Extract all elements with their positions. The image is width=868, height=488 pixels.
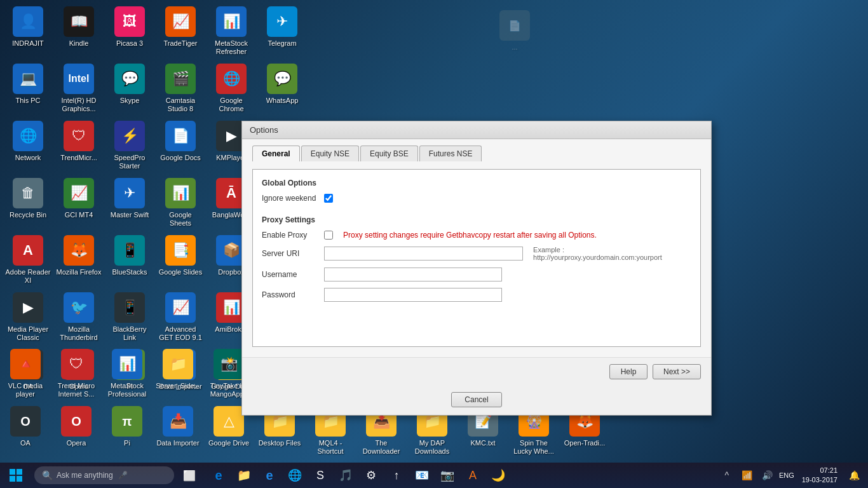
task-view-button[interactable]: ⬜ <box>178 464 201 487</box>
desktop-icon-opera-bottom[interactable]: O Opera <box>51 402 102 459</box>
server-uri-row: Server URI Example : http://yourproxy.yo… <box>262 246 691 261</box>
desktop-icon-telegram[interactable]: ✈ Telegram <box>257 3 308 60</box>
svg-rect-0 <box>10 469 15 475</box>
enable-proxy-label: Enable Proxy <box>262 231 319 240</box>
taskbar-search[interactable]: 🔍 Ask me anything 🎤 <box>34 466 174 484</box>
username-label: Username <box>262 270 319 279</box>
taskbar-avast-icon[interactable]: A <box>461 464 484 487</box>
tray-network[interactable]: 📶 <box>738 464 756 487</box>
taskbar-clock-icon[interactable]: 🌙 <box>487 464 510 487</box>
username-input[interactable] <box>324 268 502 281</box>
tab-futures-nse[interactable]: Futures NSE <box>419 146 482 161</box>
taskbar-ie-icon[interactable]: e <box>258 464 281 487</box>
ignore-weekend-label: Ignore weekend <box>262 194 319 203</box>
desktop-icon-oa-bottom[interactable]: Ο OA <box>0 402 51 459</box>
cancel-button[interactable]: Cancel <box>451 392 502 407</box>
desktop-icon-speedpro[interactable]: ⚡ SpeedPro Starter <box>104 117 155 174</box>
desktop-icon-recycle-bin[interactable]: 🗑 Recycle Bin <box>3 174 53 231</box>
password-input[interactable] <box>324 288 502 302</box>
help-button[interactable]: Help <box>609 364 648 379</box>
desktop-icon-google-sheets[interactable]: 📊 Google Sheets <box>155 174 206 231</box>
desktop-icon-mozilla-firefox[interactable]: 🦊 Mozilla Firefox <box>53 231 104 288</box>
tray-arrow[interactable]: ^ <box>718 464 736 487</box>
desktop-icon-server-side[interactable]: 📁 Server_Side... <box>153 345 203 402</box>
ignore-weekend-row: Ignore weekend <box>262 194 691 203</box>
taskbar-edge-icon[interactable]: e <box>207 464 230 487</box>
desktop-icon-master-swift[interactable]: ✈ Master Swift <box>104 174 155 231</box>
tab-bar: General Equity NSE Equity BSE Futures NS… <box>252 146 701 161</box>
taskbar-photo-icon[interactable]: 📷 <box>436 464 459 487</box>
desktop-icon-metastock-pro[interactable]: 📊 MetaStock Professional <box>102 345 153 402</box>
tab-content: Global Options Ignore weekend Proxy Sett… <box>252 169 701 347</box>
time: 07:21 <box>802 466 837 475</box>
desktop-icon-data-importer-bottom[interactable]: 📥 Data Importer <box>153 402 203 459</box>
desktop-icon-adobe[interactable]: A Adobe Reader XI <box>3 231 53 288</box>
desktop-icon-network[interactable]: 🌐 Network <box>3 117 53 174</box>
tab-equity-nse[interactable]: Equity NSE <box>301 146 359 161</box>
svg-rect-2 <box>10 476 15 482</box>
desktop-icon-media-player[interactable]: ▶ Media Player Classic <box>3 288 53 346</box>
desktop-icon-tradetiger[interactable]: 📈 TradeTiger <box>155 3 206 60</box>
start-button[interactable] <box>0 463 32 488</box>
options-dialog: Options General Equity NSE Equity BSE Fu… <box>241 121 712 416</box>
desktop-icon-pi-bottom[interactable]: π Pi <box>102 402 153 459</box>
dialog-footer: Help Next >> <box>242 357 711 387</box>
desktop-icon-trend-micro-2[interactable]: 🛡 Trend Micro Internet S... <box>51 345 102 402</box>
taskbar-chrome-icon[interactable]: 🌐 <box>283 464 306 487</box>
enable-proxy-row: Enable Proxy Proxy setting changes requi… <box>262 231 691 240</box>
date: 19-03-2017 <box>802 475 837 485</box>
taskbar-mail-icon[interactable]: 📧 <box>410 464 433 487</box>
desktop-icon-gci-mt4[interactable]: 📈 GCI MT4 <box>53 174 104 231</box>
tab-equity-bse[interactable]: Equity BSE <box>360 146 418 161</box>
desktop-icon-kindle[interactable]: 📖 Kindle <box>53 3 104 60</box>
time-date[interactable]: 07:21 19-03-2017 <box>797 466 843 485</box>
desktop-icon-picasa[interactable]: 🖼 Picasa 3 <box>104 3 155 60</box>
password-label: Password <box>262 290 319 299</box>
desktop-icon-google-docs[interactable]: 📄 Google Docs <box>155 117 206 174</box>
desktop-icon-vlc[interactable]: 🔺 VLC media player <box>0 345 51 402</box>
taskbar-music-icon[interactable]: 🎵 <box>334 464 357 487</box>
taskbar-settings-icon[interactable]: ⚙ <box>360 464 383 487</box>
microphone-icon: 🎤 <box>118 471 128 480</box>
password-row: Password <box>262 288 691 302</box>
desktop-icon-skype[interactable]: 💬 Skype <box>104 60 155 117</box>
svg-rect-3 <box>17 476 22 482</box>
proxy-note: Proxy setting changes require Getbhavcop… <box>343 231 597 240</box>
desktop-icon-metastock-refresher[interactable]: 📊 MetaStock Refresher <box>206 3 257 60</box>
desktop-icon-mozilla-thunderbird[interactable]: 🐦 Mozilla Thunderbird <box>53 288 104 346</box>
desktop-icon-bluestacks[interactable]: 📱 BlueStacks <box>104 231 155 288</box>
desktop-icon-faint-1: 📄 ... <box>489 6 540 64</box>
svg-rect-1 <box>17 469 22 475</box>
tray-volume[interactable]: 🔊 <box>759 464 776 487</box>
desktop-icon-whatsapp[interactable]: 💬 WhatsApp <box>257 60 308 117</box>
taskbar-up-icon[interactable]: ↑ <box>385 464 408 487</box>
desktop-icon-google-slides[interactable]: 📑 Google Slides <box>155 231 206 288</box>
tray-language[interactable]: ENG <box>779 471 794 479</box>
username-row: Username <box>262 268 691 281</box>
notification-button[interactable]: 🔔 <box>845 464 863 487</box>
desktop-icon-blackberry[interactable]: 📱 BlackBerry Link <box>104 288 155 346</box>
server-uri-example: Example : http://yourproxy.yourdomain.co… <box>533 246 691 261</box>
desktop-icon-indrajit[interactable]: 👤 INDRAJIT <box>3 3 53 60</box>
desktop: 👤 INDRAJIT 💻 This PC 🌐 Network 🗑 Recycle… <box>0 0 868 463</box>
proxy-settings-title: Proxy Settings <box>262 215 691 224</box>
desktop-icon-camtasia[interactable]: 🎬 Camtasia Studio 8 <box>155 60 206 117</box>
server-uri-input[interactable] <box>324 247 523 261</box>
taskbar-skype-icon[interactable]: S <box>309 464 332 487</box>
desktop-icon-advanced-get[interactable]: 📈 Advanced GET EOD 9.1 <box>155 288 206 346</box>
system-tray: ^ 📶 🔊 ENG 07:21 19-03-2017 🔔 <box>718 464 868 487</box>
tab-general[interactable]: General <box>252 146 300 161</box>
taskbar-apps: e 📁 e 🌐 S 🎵 ⚙ ↑ 📧 📷 A 🌙 <box>207 464 718 487</box>
desktop-icon-google-chrome[interactable]: 🌐 Google Chrome <box>206 60 257 117</box>
taskbar: 🔍 Ask me anything 🎤 ⬜ e 📁 e 🌐 S 🎵 ⚙ ↑ 📧 … <box>0 463 868 488</box>
next-button[interactable]: Next >> <box>653 364 701 379</box>
desktop-icon-intel[interactable]: Intel Intel(R) HD Graphics... <box>53 60 104 117</box>
desktop-icon-trendmicr[interactable]: 🛡 TrendMicr... <box>53 117 104 174</box>
dialog-title: Options <box>242 121 711 139</box>
global-options-title: Global Options <box>262 179 691 187</box>
ignore-weekend-checkbox[interactable] <box>324 194 333 203</box>
taskbar-folder-icon[interactable]: 📁 <box>233 464 255 487</box>
desktop-icon-this-pc[interactable]: 💻 This PC <box>3 60 53 117</box>
search-icon: 🔍 <box>42 470 53 480</box>
enable-proxy-checkbox[interactable] <box>324 231 333 240</box>
